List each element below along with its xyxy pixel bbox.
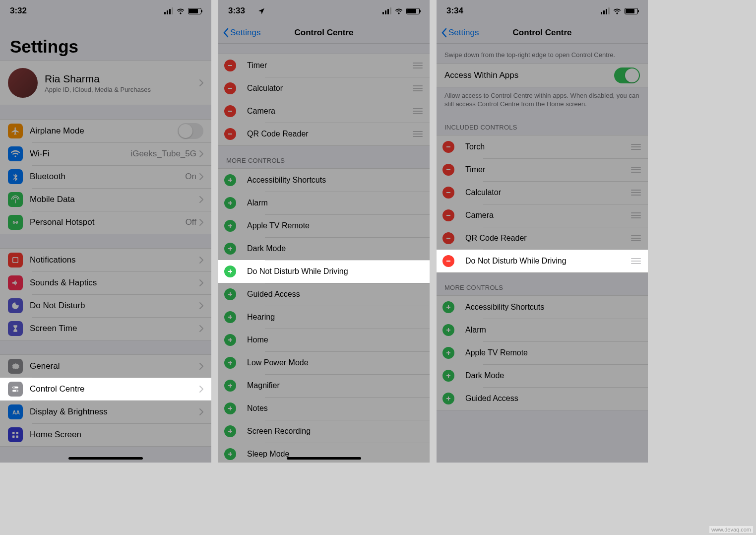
remove-button[interactable] (224, 82, 236, 94)
remove-button[interactable] (224, 105, 236, 117)
included-control-torch[interactable]: Torch (437, 135, 648, 158)
more-control-appletv[interactable]: Apple TV Remote (218, 214, 430, 237)
access-switch[interactable] (614, 67, 640, 83)
included-control-timer[interactable]: Timer (218, 54, 430, 77)
add-button[interactable] (224, 288, 236, 300)
reorder-handle[interactable] (630, 167, 642, 173)
remove-button[interactable] (442, 164, 454, 176)
remove-button[interactable] (442, 141, 454, 153)
add-button[interactable] (442, 347, 454, 359)
remove-button[interactable] (224, 60, 236, 71)
more-control-guided-access[interactable]: Guided Access (218, 283, 430, 306)
more-control-guided-access[interactable]: Guided Access (437, 387, 648, 410)
row-screen-time[interactable]: Screen Time (0, 317, 211, 340)
add-button[interactable] (442, 370, 454, 382)
remove-button[interactable] (224, 128, 236, 140)
wifi-settings-icon (8, 146, 23, 161)
add-button[interactable] (224, 243, 236, 255)
row-control-centre[interactable]: Control Centre (0, 378, 211, 401)
home-indicator[interactable] (287, 457, 361, 460)
row-do-not-disturb[interactable]: Do Not Disturb (0, 294, 211, 317)
row-airplane-mode[interactable]: Airplane Mode (0, 120, 211, 142)
add-button[interactable] (224, 425, 236, 437)
add-button[interactable] (442, 393, 454, 404)
reorder-handle[interactable] (630, 212, 642, 218)
more-control-screen-recording[interactable]: Screen Recording (218, 420, 430, 443)
more-control-low-power[interactable]: Low Power Mode (218, 351, 430, 374)
row-notifications[interactable]: Notifications (0, 249, 211, 271)
add-button[interactable] (224, 220, 236, 232)
remove-button[interactable] (442, 232, 454, 244)
row-home-screen[interactable]: Home Screen (0, 423, 211, 446)
included-control-qr[interactable]: QR Code Reader (437, 227, 648, 250)
more-control-darkmode[interactable]: Dark Mode (437, 364, 648, 387)
reorder-handle[interactable] (630, 235, 642, 241)
included-control-dnd-driving[interactable]: Do Not Disturb While Driving (437, 250, 648, 272)
row-label: Do Not Disturb (30, 301, 199, 311)
reorder-handle[interactable] (412, 63, 424, 68)
add-button[interactable] (224, 448, 236, 460)
included-control-camera[interactable]: Camera (437, 204, 648, 227)
home-indicator[interactable] (68, 457, 143, 460)
remove-button[interactable] (442, 255, 454, 267)
row-sounds-haptics[interactable]: Sounds & Haptics (0, 271, 211, 294)
reorder-handle[interactable] (630, 144, 642, 150)
signal-icon (164, 7, 173, 14)
included-control-calculator[interactable]: Calculator (218, 77, 430, 100)
add-button[interactable] (224, 311, 236, 323)
chevron-right-icon (199, 279, 203, 286)
signal-icon (601, 7, 610, 14)
included-control-qr[interactable]: QR Code Reader (218, 123, 430, 145)
remove-button[interactable] (442, 187, 454, 199)
more-control-accessibility[interactable]: Accessibility Shortcuts (437, 296, 648, 319)
row-general[interactable]: General (0, 355, 211, 378)
more-control-appletv[interactable]: Apple TV Remote (437, 341, 648, 364)
more-control-alarm[interactable]: Alarm (218, 192, 430, 214)
row-display-brightness[interactable]: AA Display & Brightness (0, 401, 211, 423)
row-access-within-apps[interactable]: Access Within Apps (437, 64, 648, 87)
included-control-timer[interactable]: Timer (437, 158, 648, 181)
add-button[interactable] (224, 197, 236, 209)
row-bluetooth[interactable]: Bluetooth On (0, 165, 211, 188)
add-button[interactable] (224, 334, 236, 346)
airplane-switch[interactable] (178, 123, 203, 139)
remove-button[interactable] (442, 209, 454, 221)
more-control-home[interactable]: Home (218, 329, 430, 351)
reorder-handle[interactable] (412, 131, 424, 137)
back-label: Settings (230, 28, 260, 38)
add-button[interactable] (442, 301, 454, 313)
row-mobile-data[interactable]: Mobile Data (0, 188, 211, 211)
reorder-handle[interactable] (412, 85, 424, 91)
battery-icon (625, 8, 638, 14)
more-control-alarm[interactable]: Alarm (437, 319, 648, 341)
more-control-hearing[interactable]: Hearing (218, 306, 430, 329)
row-label: Apple TV Remote (247, 221, 310, 230)
included-control-calculator[interactable]: Calculator (437, 181, 648, 204)
more-control-dnd-driving[interactable]: Do Not Disturb While Driving (218, 260, 430, 283)
reorder-handle[interactable] (630, 258, 642, 264)
reorder-handle[interactable] (630, 190, 642, 196)
more-control-darkmode[interactable]: Dark Mode (218, 237, 430, 260)
row-label: Apple TV Remote (465, 348, 528, 357)
more-control-sleep-mode[interactable]: Sleep Mode (218, 443, 430, 463)
more-control-accessibility[interactable]: Accessibility Shortcuts (218, 169, 430, 192)
add-button[interactable] (224, 266, 236, 277)
status-bar: 3:32 (0, 0, 211, 22)
add-button[interactable] (224, 380, 236, 392)
add-button[interactable] (442, 324, 454, 336)
back-button[interactable]: Settings (441, 28, 479, 38)
status-bar: 3:33 (218, 0, 430, 22)
add-button[interactable] (224, 402, 236, 414)
included-control-camera[interactable]: Camera (218, 100, 430, 123)
row-label: Calculator (465, 188, 501, 197)
add-button[interactable] (224, 357, 236, 369)
add-button[interactable] (224, 174, 236, 186)
reorder-handle[interactable] (412, 108, 424, 114)
row-personal-hotspot[interactable]: Personal Hotspot Off (0, 211, 211, 234)
back-button[interactable]: Settings (222, 28, 260, 38)
apple-id-row[interactable]: Ria Sharma Apple ID, iCloud, Media & Pur… (0, 61, 211, 105)
more-control-notes[interactable]: Notes (218, 397, 430, 420)
row-wifi[interactable]: Wi-Fi iGeeks_Tube_5G (0, 142, 211, 165)
more-control-magnifier[interactable]: Magnifier (218, 374, 430, 397)
row-label: Alarm (247, 199, 268, 207)
